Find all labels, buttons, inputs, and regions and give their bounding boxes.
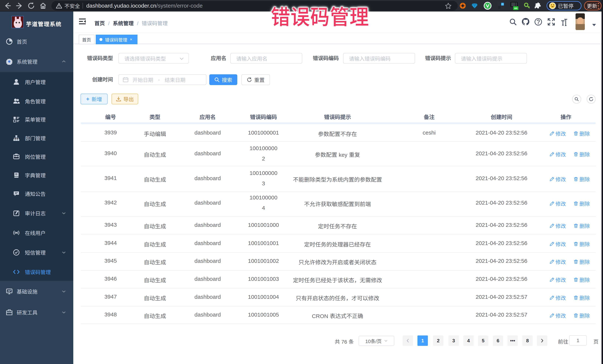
svg-text:on: on bbox=[514, 7, 517, 10]
